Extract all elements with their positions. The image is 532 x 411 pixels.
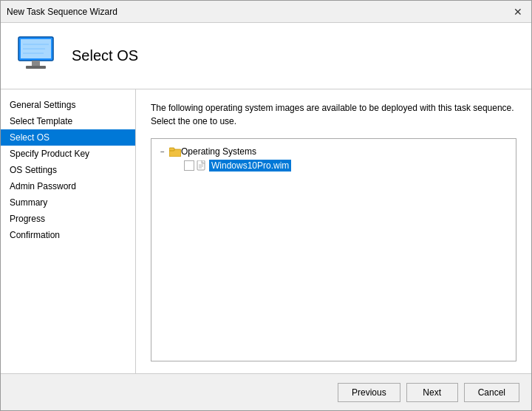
svg-rect-3 (26, 66, 46, 69)
description: The following operating system images ar… (151, 101, 516, 128)
close-button[interactable]: ✕ (511, 4, 525, 19)
sidebar-item-summary[interactable]: Summary (1, 194, 135, 211)
svg-rect-8 (169, 148, 174, 151)
sidebar-item-general-settings[interactable]: General Settings (1, 97, 135, 113)
tree-node-operating-systems[interactable]: − Operating Systems (157, 145, 510, 158)
folder-icon (169, 147, 181, 157)
title-bar: New Task Sequence Wizard ✕ (1, 1, 531, 23)
expand-icon[interactable]: − (157, 146, 168, 157)
main-content: The following operating system images ar… (136, 89, 531, 373)
file-icon (197, 160, 207, 171)
sidebar-item-admin-password[interactable]: Admin Password (1, 178, 135, 194)
sidebar-item-select-os[interactable]: Select OS (1, 129, 135, 146)
sidebar-item-progress[interactable]: Progress (1, 211, 135, 227)
cancel-button[interactable]: Cancel (464, 383, 519, 402)
page-title: Select OS (72, 47, 138, 64)
tree-label-windows10[interactable]: Windows10Pro.wim (209, 160, 291, 171)
content-area: General Settings Select Template Select … (1, 89, 531, 373)
sidebar-item-select-template[interactable]: Select Template (1, 113, 135, 129)
footer: Previous Next Cancel (1, 373, 531, 410)
sidebar-item-specify-product-key[interactable]: Specify Product Key (1, 146, 135, 162)
tree-checkbox[interactable] (184, 160, 194, 171)
tree-label-operating-systems: Operating Systems (181, 146, 256, 157)
header: Select OS (1, 23, 531, 89)
wizard-window: New Task Sequence Wizard ✕ Select OS (0, 0, 532, 411)
sidebar-item-os-settings[interactable]: OS Settings (1, 162, 135, 178)
os-tree[interactable]: − Operating Systems (151, 138, 516, 361)
next-button[interactable]: Next (406, 383, 458, 402)
svg-rect-2 (32, 61, 40, 66)
tree-root: − Operating Systems (157, 145, 510, 173)
tree-leaf-spacer (172, 160, 183, 171)
previous-button[interactable]: Previous (338, 383, 400, 402)
computer-icon (16, 34, 60, 78)
sidebar-item-confirmation[interactable]: Confirmation (1, 227, 135, 243)
window-title: New Task Sequence Wizard (7, 7, 117, 17)
tree-node-windows10[interactable]: Windows10Pro.wim (172, 158, 510, 173)
tree-children: Windows10Pro.wim (172, 158, 510, 173)
sidebar: General Settings Select Template Select … (1, 89, 136, 373)
svg-rect-9 (197, 160, 205, 170)
